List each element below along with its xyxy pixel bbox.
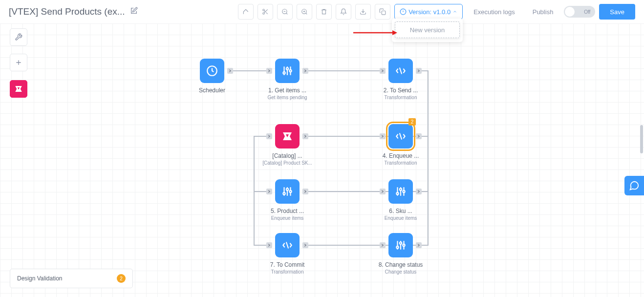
bell-icon[interactable]	[336, 4, 351, 20]
node-label: 6. Sku ...	[372, 208, 429, 214]
node-sublabel: Enqueue items	[258, 215, 316, 221]
version-button[interactable]: Version: v1.0.0	[394, 4, 463, 20]
publish-button[interactable]: Publish	[526, 4, 560, 20]
node-label: 5. Product ...	[258, 208, 316, 214]
tools-icon[interactable]	[10, 28, 27, 46]
node-icon-lambda[interactable]	[275, 233, 300, 257]
svg-rect-4	[382, 11, 386, 15]
workflow-title: [VTEX] Send Products (ex...	[9, 6, 125, 17]
node-change-status[interactable]: 8. Change status Change status	[372, 233, 429, 275]
port-in[interactable]	[380, 133, 386, 139]
download-icon[interactable]	[355, 4, 371, 20]
svg-point-22	[403, 191, 405, 192]
port-out[interactable]	[302, 68, 308, 74]
port-out[interactable]	[416, 242, 422, 248]
node-product[interactable]: 5. Product ... Enqueue items	[258, 179, 316, 221]
node-label: 1. Get items ...	[258, 87, 316, 94]
port-in[interactable]	[266, 242, 272, 248]
svg-point-0	[263, 9, 265, 11]
port-in[interactable]	[266, 189, 272, 194]
vtex-icon[interactable]	[10, 80, 27, 98]
validation-count: 2	[117, 274, 126, 283]
node-sublabel: Transformation	[372, 160, 429, 166]
save-button[interactable]: Save	[599, 4, 635, 20]
add-node-icon[interactable]	[10, 54, 27, 71]
design-validation-panel[interactable]: Design Validation 2	[10, 269, 133, 288]
new-version-button[interactable]: New version	[395, 21, 460, 38]
node-label: [Catalog] ...	[258, 152, 316, 159]
port-in[interactable]	[266, 68, 272, 74]
svg-point-15	[286, 68, 288, 70]
toggle-label: Off	[584, 9, 590, 15]
port-in[interactable]	[380, 242, 386, 248]
node-icon-sliders[interactable]	[275, 179, 300, 204]
node-sublabel: [Catalog] Product SK...	[258, 160, 316, 166]
scrollbar[interactable]	[640, 125, 643, 153]
zoom-out-icon[interactable]	[277, 4, 293, 20]
svg-point-16	[289, 70, 291, 72]
port-in[interactable]	[380, 189, 386, 194]
port-out[interactable]	[227, 68, 233, 74]
port-out[interactable]	[302, 189, 308, 194]
svg-point-23	[396, 246, 398, 248]
top-bar: [VTEX] Send Products (ex... Vers	[0, 0, 644, 23]
svg-point-18	[286, 189, 288, 191]
port-out[interactable]	[416, 133, 422, 139]
node-sublabel: Enqueue items	[372, 215, 429, 221]
node-icon-sliders[interactable]	[275, 59, 300, 83]
publish-toggle[interactable]: Off	[564, 6, 595, 18]
node-icon-clock[interactable]	[200, 59, 224, 83]
node-sublabel: Transformation	[372, 95, 429, 100]
node-label: 2. To Send ...	[372, 87, 429, 94]
port-out[interactable]	[302, 133, 308, 139]
svg-point-20	[396, 192, 398, 194]
node-to-send[interactable]: 2. To Send ... Transformation	[372, 59, 429, 100]
trash-icon[interactable]	[316, 4, 332, 20]
node-icon-sliders[interactable]	[388, 233, 413, 257]
node-sku[interactable]: 6. Sku ... Enqueue items	[372, 179, 429, 221]
node-label: 4. Enqueue ...	[372, 152, 429, 159]
node-to-commit[interactable]: 7. To Commit Transformation	[258, 233, 316, 275]
zoom-in-icon[interactable]	[297, 4, 312, 20]
validation-label: Design Validation	[17, 275, 63, 282]
node-enqueue[interactable]: 2 4. Enqueue ... Transformation	[372, 124, 429, 166]
node-label: Scheduler	[183, 87, 241, 94]
port-in[interactable]	[380, 68, 386, 74]
port-out[interactable]	[416, 68, 422, 74]
svg-point-17	[283, 192, 285, 194]
route-icon[interactable]	[238, 4, 254, 20]
node-icon-lambda[interactable]: 2	[388, 124, 413, 148]
version-label: Version: v1.0.0	[408, 8, 451, 16]
edit-title-icon[interactable]	[130, 7, 138, 17]
port-out[interactable]	[416, 189, 422, 194]
node-sublabel: Get items pending	[258, 95, 316, 100]
copy-icon[interactable]	[375, 4, 390, 20]
node-get-items[interactable]: 1. Get items ... Get items pending	[258, 59, 316, 100]
svg-point-25	[403, 244, 405, 246]
node-catalog[interactable]: [Catalog] ... [Catalog] Product SK...	[258, 124, 316, 166]
node-sublabel: Change status	[372, 269, 429, 275]
node-icon-lambda[interactable]	[388, 59, 413, 83]
node-label: 7. To Commit	[258, 261, 316, 268]
node-icon-sliders[interactable]	[388, 179, 413, 204]
warning-badge: 2	[408, 118, 416, 126]
cut-icon[interactable]	[258, 4, 273, 20]
svg-point-14	[283, 72, 285, 74]
node-label: 8. Change status	[372, 261, 429, 268]
svg-point-24	[400, 242, 402, 244]
node-icon-vtex[interactable]	[275, 124, 300, 148]
svg-point-21	[400, 189, 402, 191]
node-sublabel: Transformation	[258, 269, 316, 275]
feedback-widget[interactable]	[624, 176, 644, 195]
execution-logs-button[interactable]: Execution logs	[467, 4, 522, 20]
port-in[interactable]	[266, 133, 272, 139]
svg-point-1	[263, 13, 265, 15]
node-scheduler[interactable]: Scheduler	[183, 59, 241, 94]
port-out[interactable]	[302, 242, 308, 248]
workflow-canvas[interactable]: Scheduler 1. Get items ... Get items pen…	[0, 23, 644, 297]
connectors	[0, 23, 644, 297]
svg-point-19	[289, 191, 291, 192]
